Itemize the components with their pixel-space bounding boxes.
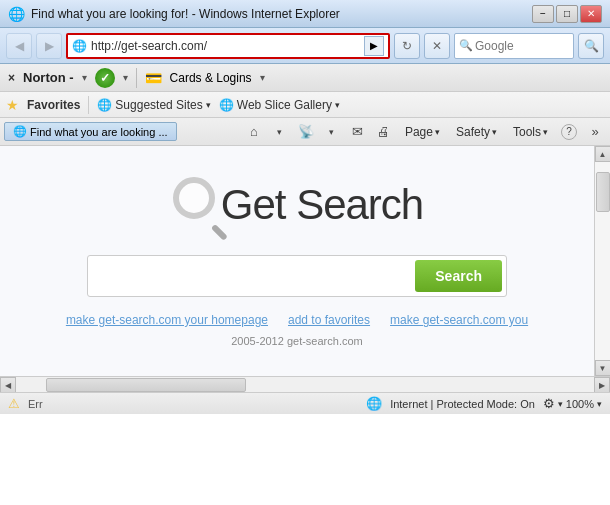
- minimize-button[interactable]: −: [532, 5, 554, 23]
- google-search-icon: 🔍: [459, 39, 473, 52]
- mail-icon: ✉: [352, 124, 363, 139]
- address-globe-icon: 🌐: [72, 39, 87, 53]
- suggested-sites-icon: 🌐: [97, 98, 112, 112]
- window-controls: − □ ✕: [532, 5, 602, 23]
- feed-button[interactable]: 📡: [295, 121, 317, 143]
- tools-label: Tools: [513, 125, 541, 139]
- norton-dropdown-icon[interactable]: ▾: [82, 72, 87, 83]
- title-bar-text: Find what you are looking for! - Windows…: [31, 7, 526, 21]
- get-search-brand-text: Get Search: [221, 181, 423, 229]
- page-menu-button[interactable]: Page ▾: [399, 123, 446, 141]
- safety-menu-button[interactable]: Safety ▾: [450, 123, 503, 141]
- copyright-text: 2005-2012 get-search.com: [66, 335, 528, 347]
- current-tab[interactable]: 🌐 Find what you are looking ...: [4, 122, 177, 141]
- norton-status-icon: ✓: [95, 68, 115, 88]
- scroll-thumb[interactable]: [596, 172, 610, 212]
- main-search-button[interactable]: Search: [415, 260, 502, 292]
- forward-icon: ▶: [45, 39, 54, 53]
- home-button[interactable]: ⌂: [243, 121, 265, 143]
- cards-label: Cards & Logins: [170, 71, 252, 85]
- tools-menu-button[interactable]: Tools ▾: [507, 123, 554, 141]
- zoom-wrap: ⚙ ▾ 100% ▾: [543, 396, 602, 411]
- address-input[interactable]: [91, 39, 364, 53]
- help-button[interactable]: ?: [558, 121, 580, 143]
- safety-dropdown-icon: ▾: [492, 127, 497, 137]
- add-favorites-link[interactable]: add to favorites: [288, 313, 370, 327]
- mail-button[interactable]: ✉: [347, 121, 369, 143]
- web-slice-gallery-item[interactable]: 🌐 Web Slice Gallery ▾: [219, 98, 340, 112]
- print-button[interactable]: 🖨: [373, 121, 395, 143]
- main-search-row: Search: [87, 255, 507, 297]
- title-bar-icon: 🌐: [8, 6, 25, 22]
- favorites-star-icon: ★: [6, 97, 19, 113]
- zoom-level: 100%: [566, 398, 594, 410]
- maximize-button[interactable]: □: [556, 5, 578, 23]
- back-icon: ◀: [15, 39, 24, 53]
- magnifier-handle: [211, 224, 228, 241]
- status-bar: ⚠ Err 🌐 Internet | Protected Mode: On ⚙ …: [0, 392, 610, 414]
- home-dropdown-button[interactable]: ▾: [269, 121, 291, 143]
- norton-bar: × Norton - ▾ ✓ ▾ 💳 Cards & Logins ▾: [0, 64, 610, 92]
- favorites-bar: ★ Favorites 🌐 Suggested Sites ▾ 🌐 Web Sl…: [0, 92, 610, 118]
- go-button[interactable]: ▶: [364, 36, 384, 56]
- refresh-icon: ↻: [402, 39, 412, 53]
- norton-brand-label: Norton -: [23, 70, 74, 85]
- cards-dropdown-icon[interactable]: ▾: [260, 72, 265, 83]
- status-globe-icon: 🌐: [366, 396, 382, 411]
- home-icon: ⌂: [250, 124, 258, 139]
- forward-button[interactable]: ▶: [36, 33, 62, 59]
- warning-icon: ⚠: [8, 396, 20, 411]
- suggested-sites-arrow[interactable]: ▾: [206, 100, 211, 110]
- nav-bar: ◀ ▶ 🌐 ▶ ↻ ✕ 🔍 ▾ 🔍: [0, 28, 610, 64]
- vertical-scrollbar: ▲ ▼: [594, 146, 610, 376]
- horizontal-scrollbar: ◀ ▶: [0, 376, 610, 392]
- search-go-button[interactable]: 🔍: [578, 33, 604, 59]
- refresh-button[interactable]: ↻: [394, 33, 420, 59]
- favorites-separator: [88, 96, 89, 114]
- h-scroll-track[interactable]: [16, 377, 594, 392]
- stop-button[interactable]: ✕: [424, 33, 450, 59]
- feed-dropdown-icon: ▾: [329, 127, 334, 137]
- back-button[interactable]: ◀: [6, 33, 32, 59]
- scroll-track[interactable]: [595, 162, 610, 360]
- safety-label: Safety: [456, 125, 490, 139]
- close-button[interactable]: ✕: [580, 5, 602, 23]
- main-search-input[interactable]: [92, 263, 415, 289]
- make-homepage-link[interactable]: make get-search.com your homepage: [66, 313, 268, 327]
- web-slice-arrow[interactable]: ▾: [335, 100, 340, 110]
- norton-check-dropdown-icon[interactable]: ▾: [123, 72, 128, 83]
- zone-label: Internet | Protected Mode: On: [390, 398, 535, 410]
- cards-icon: 💳: [145, 70, 162, 86]
- tab-title: Find what you are looking ...: [30, 126, 168, 138]
- search-box: 🔍 ▾: [454, 33, 574, 59]
- magnifier-icon: 🔍: [584, 39, 599, 53]
- magnifier-circle: [173, 177, 215, 219]
- settings-icon[interactable]: ⚙: [543, 396, 555, 411]
- stop-icon: ✕: [432, 39, 442, 53]
- extend-button[interactable]: »: [584, 121, 606, 143]
- title-bar: 🌐 Find what you are looking for! - Windo…: [0, 0, 610, 28]
- page-label: Page: [405, 125, 433, 139]
- zoom-dropdown-button[interactable]: ▾: [558, 399, 563, 409]
- extend-icon: »: [591, 124, 598, 139]
- tab-globe-icon: 🌐: [13, 125, 27, 138]
- page-dropdown-icon: ▾: [435, 127, 440, 137]
- status-text: Err: [28, 398, 43, 410]
- help-icon: ?: [561, 124, 577, 140]
- scroll-up-button[interactable]: ▲: [595, 146, 611, 162]
- tools-dropdown-icon: ▾: [543, 127, 548, 137]
- favorites-label: Favorites: [27, 98, 80, 112]
- scroll-down-button[interactable]: ▼: [595, 360, 611, 376]
- zoom-level-arrow[interactable]: ▾: [597, 399, 602, 409]
- feed-dropdown-button[interactable]: ▾: [321, 121, 343, 143]
- suggested-sites-item[interactable]: 🌐 Suggested Sites ▾: [97, 98, 210, 112]
- h-scroll-thumb[interactable]: [46, 378, 246, 392]
- scroll-right-button[interactable]: ▶: [594, 377, 610, 393]
- scroll-left-button[interactable]: ◀: [0, 377, 16, 393]
- make-homepage-link-2[interactable]: make get-search.com you: [390, 313, 528, 327]
- magnifier-logo-icon: [171, 175, 231, 235]
- address-bar: 🌐 ▶: [66, 33, 390, 59]
- norton-close-icon[interactable]: ×: [8, 71, 15, 85]
- feed-icon: 📡: [298, 124, 314, 139]
- content-toolbar: 🌐 Find what you are looking ... ⌂ ▾ 📡 ▾ …: [0, 118, 610, 146]
